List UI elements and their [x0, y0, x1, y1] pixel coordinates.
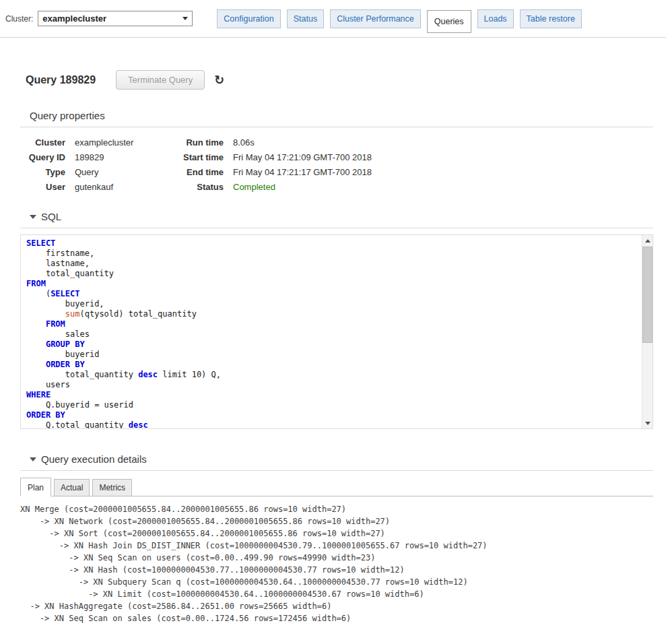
query-properties-section: Query properties Cluster examplecluster …: [20, 110, 653, 195]
cluster-tabs: Configuration Status Cluster Performance…: [217, 7, 582, 30]
prop-label-status: Status: [172, 180, 224, 195]
scroll-down-button[interactable]: [642, 418, 653, 428]
sql-code-line: SELECT: [26, 238, 647, 249]
prop-label-cluster: Cluster: [20, 135, 65, 150]
tab-table-restore[interactable]: Table restore: [520, 9, 582, 28]
collapse-triangle-icon: [30, 457, 36, 461]
section-title-query-execution-details: Query execution details: [41, 453, 147, 465]
cluster-select[interactable]: examplecluster: [38, 11, 193, 26]
section-title-sql: SQL: [41, 211, 61, 222]
prop-label-end-time: End time: [172, 165, 224, 180]
sql-code-line: total_quantity desc limit 10) Q,: [26, 370, 647, 380]
prop-value-type: Query: [75, 165, 163, 180]
cluster-label: Cluster:: [5, 14, 33, 24]
sql-code-line: ORDER BY: [26, 410, 647, 420]
tab-queries[interactable]: Queries: [427, 10, 471, 33]
terminate-query-button[interactable]: Terminate Query: [116, 70, 205, 90]
top-bar: Cluster: examplecluster Configuration St…: [0, 0, 666, 38]
collapse-triangle-icon: [30, 215, 36, 219]
execution-title-row[interactable]: Query execution details: [30, 453, 653, 465]
sql-code-line: Q.total_quantity desc: [26, 420, 647, 429]
execution-tabs: Plan Actual Metrics: [20, 478, 653, 496]
sql-code-line: sales: [26, 329, 647, 340]
tab-configuration[interactable]: Configuration: [217, 9, 280, 28]
refresh-icon: ↻: [214, 73, 224, 87]
sql-title-row[interactable]: SQL: [30, 211, 653, 222]
scroll-thumb[interactable]: [642, 247, 653, 343]
query-properties-title-row: Query properties: [30, 110, 653, 121]
query-header-row: Query 189829 Terminate Query ↻: [20, 70, 653, 90]
prop-label-type: Type: [20, 165, 65, 180]
prop-value-start-time: Fri May 04 17:21:09 GMT-700 2018: [233, 150, 653, 165]
prop-label-run-time: Run time: [172, 135, 224, 150]
sql-section: SQL SELECT firstname, lastname, total_qu…: [20, 211, 653, 429]
main-content: Query 189829 Terminate Query ↻ Query pro…: [0, 70, 666, 624]
sql-code-line: total_quantity: [26, 269, 647, 279]
prop-value-run-time: 8.06s: [233, 135, 653, 150]
status-badge: Completed: [233, 180, 653, 195]
sql-code-line: buyerid: [26, 350, 647, 360]
execution-plan-text: XN Merge (cost=2000001005655.84..2000001…: [20, 503, 653, 624]
tab-plan[interactable]: Plan: [20, 478, 51, 496]
sql-code-line: buyerid,: [26, 299, 647, 309]
prop-label-user: User: [20, 180, 65, 195]
scroll-down-icon: [645, 422, 651, 425]
sql-code: SELECT firstname, lastname, total_quanti…: [21, 235, 653, 429]
sql-code-line: FROM: [26, 319, 647, 329]
sql-code-line: firstname,: [26, 249, 647, 259]
tab-metrics[interactable]: Metrics: [92, 479, 132, 496]
cluster-select-wrap: examplecluster: [38, 11, 193, 26]
divider: [20, 127, 653, 127]
scroll-up-button[interactable]: [642, 235, 653, 246]
sql-code-line: FROM: [26, 279, 647, 289]
sql-scrollbar[interactable]: [642, 235, 653, 428]
tab-loads[interactable]: Loads: [477, 9, 514, 28]
scroll-up-icon: [645, 239, 651, 243]
divider: [20, 470, 653, 471]
sql-code-box: SELECT firstname, lastname, total_quanti…: [20, 234, 653, 429]
prop-value-end-time: Fri May 04 17:21:17 GMT-700 2018: [233, 165, 653, 180]
page-title: Query 189829: [26, 74, 96, 86]
prop-value-user: gutenkauf: [75, 180, 163, 195]
sql-code-line: WHERE: [26, 390, 647, 400]
sql-code-line: (SELECT: [26, 289, 647, 299]
sql-code-line: sum(qtysold) total_quantity: [26, 309, 647, 319]
prop-value-query-id: 189829: [75, 150, 163, 165]
refresh-button[interactable]: ↻: [214, 74, 224, 86]
sql-code-line: GROUP BY: [26, 340, 647, 350]
sql-code-line: lastname,: [26, 259, 647, 269]
sql-code-line: Q.buyerid = userid: [26, 400, 647, 410]
sql-code-line: users: [26, 380, 647, 390]
section-title-query-properties: Query properties: [30, 110, 105, 121]
query-execution-details-section: Query execution details Plan Actual Metr…: [20, 453, 653, 624]
tab-cluster-performance[interactable]: Cluster Performance: [330, 9, 421, 28]
prop-label-start-time: Start time: [172, 150, 224, 165]
sql-code-line: ORDER BY: [26, 360, 647, 370]
prop-value-cluster: examplecluster: [75, 135, 163, 150]
divider: [20, 228, 653, 228]
tab-status[interactable]: Status: [287, 9, 324, 28]
prop-label-query-id: Query ID: [20, 150, 65, 165]
query-properties-grid: Cluster examplecluster Run time 8.06s Qu…: [20, 135, 653, 195]
tab-actual[interactable]: Actual: [54, 479, 90, 496]
